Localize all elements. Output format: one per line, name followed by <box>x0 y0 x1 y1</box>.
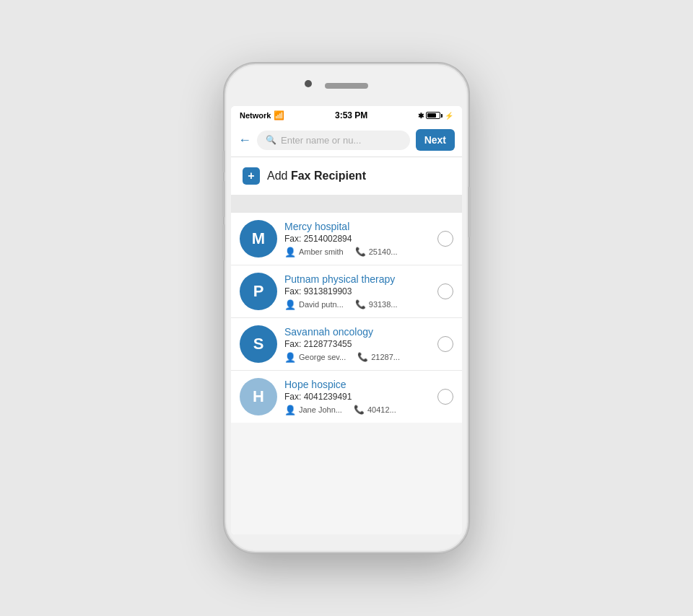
contact-info-putnam: Putnam physical therapy Fax: 9313819903 … <box>284 273 430 310</box>
contact-item-putnam[interactable]: P Putnam physical therapy Fax: 931381990… <box>231 265 462 318</box>
contact-fax-savannah: Fax: 2128773455 <box>284 339 430 349</box>
person-icon-2: 👤 <box>284 352 296 363</box>
battery-icon <box>426 112 443 119</box>
search-input[interactable]: Enter name or nu... <box>281 135 361 146</box>
contact-fax-hope: Fax: 4041239491 <box>284 392 430 402</box>
contact-info-mercy: Mercy hospital Fax: 2514002894 👤 Amber s… <box>284 221 430 258</box>
phone-info-savannah: 📞 21287... <box>357 352 400 362</box>
contact-info-hope: Hope hospice Fax: 4041239491 👤 Jane John… <box>284 379 430 415</box>
phone-icon-0: 📞 <box>355 247 366 257</box>
fax-label-3: Fax: <box>284 392 301 402</box>
person-info-mercy: 👤 Amber smith <box>284 247 344 258</box>
phone-info-putnam: 📞 93138... <box>355 299 398 309</box>
status-bar: Network 📶 3:53 PM ✱ ⚡ <box>231 106 462 123</box>
contact-person-row-putnam: 👤 David putn... 📞 93138... <box>284 299 430 310</box>
phone-screen: Network 📶 3:53 PM ✱ ⚡ ← 🔍 Enter name o <box>231 106 462 534</box>
person-name-3: Jane John... <box>299 405 342 414</box>
contact-person-row-mercy: 👤 Amber smith 📞 25140... <box>284 247 430 258</box>
carrier-label: Network <box>240 111 271 120</box>
status-right: ✱ ⚡ <box>418 112 453 120</box>
search-icon: 🔍 <box>266 135 276 145</box>
person-icon-1: 👤 <box>284 299 296 310</box>
person-info-savannah: 👤 George sev... <box>284 352 346 363</box>
phone-info-mercy: 📞 25140... <box>355 247 398 257</box>
person-icon-3: 👤 <box>284 405 296 415</box>
wifi-icon: 📶 <box>274 110 284 120</box>
search-input-wrap[interactable]: 🔍 Enter name or nu... <box>257 131 410 150</box>
add-bold: Fax Recipient <box>291 170 366 182</box>
add-fax-recipient-row[interactable]: + Add Fax Recipient <box>231 157 462 195</box>
lightning-icon: ⚡ <box>445 112 453 120</box>
phone-number-3: 40412... <box>367 405 396 414</box>
fax-label-1: Fax: <box>284 286 301 296</box>
contact-person-row-savannah: 👤 George sev... 📞 21287... <box>284 352 430 363</box>
contact-name-savannah: Savannah oncology <box>284 326 430 338</box>
side-button-vol-up <box>222 181 225 217</box>
status-left: Network 📶 <box>240 110 284 120</box>
add-fax-label: Add Fax Recipient <box>267 170 366 182</box>
phone-info-hope: 📞 40412... <box>354 405 396 415</box>
fax-number-3: 4041239491 <box>304 392 352 402</box>
section-label <box>243 199 245 209</box>
fax-number-2: 2128773455 <box>304 339 352 349</box>
contact-item-hope[interactable]: H Hope hospice Fax: 4041239491 👤 Jane Jo… <box>231 371 462 423</box>
bluetooth-icon: ✱ <box>418 112 424 120</box>
status-time: 3:53 PM <box>335 110 367 120</box>
fax-number-1: 9313819903 <box>304 286 352 296</box>
contact-avatar-mercy: M <box>240 220 277 258</box>
contact-avatar-savannah: S <box>240 325 277 363</box>
contact-name-hope: Hope hospice <box>284 379 430 390</box>
select-radio-mercy[interactable] <box>437 231 453 247</box>
contact-avatar-hope: H <box>240 378 277 415</box>
person-info-putnam: 👤 David putn... <box>284 299 344 310</box>
back-button[interactable]: ← <box>238 133 251 148</box>
person-icon-0: 👤 <box>284 247 296 258</box>
side-button-mute <box>222 151 225 172</box>
side-button-power <box>468 187 471 237</box>
phone-number-1: 93138... <box>369 300 398 309</box>
fax-label-0: Fax: <box>284 234 301 244</box>
search-area: ← 🔍 Enter name or nu... Next <box>231 123 462 157</box>
phone-icon-1: 📞 <box>355 299 366 309</box>
contacts-section-header <box>231 195 462 213</box>
person-name-0: Amber smith <box>299 247 344 256</box>
contact-info-savannah: Savannah oncology Fax: 2128773455 👤 Geor… <box>284 326 430 363</box>
phone-icon-3: 📞 <box>354 405 365 415</box>
phone-number-0: 25140... <box>369 247 398 256</box>
person-name-2: George sev... <box>299 353 346 361</box>
contact-person-row-hope: 👤 Jane John... 📞 40412... <box>284 405 430 415</box>
contact-item-mercy[interactable]: M Mercy hospital Fax: 2514002894 👤 Amber… <box>231 213 462 265</box>
phone-frame: Network 📶 3:53 PM ✱ ⚡ ← 🔍 Enter name o <box>224 63 469 553</box>
contact-name-mercy: Mercy hospital <box>284 221 430 232</box>
select-radio-hope[interactable] <box>437 389 453 405</box>
contact-fax-mercy: Fax: 2514002894 <box>284 234 430 244</box>
side-button-vol-down <box>222 224 225 260</box>
add-icon: + <box>243 167 260 185</box>
person-name-1: David putn... <box>299 300 344 309</box>
contact-item-savannah[interactable]: S Savannah oncology Fax: 2128773455 👤 Ge… <box>231 318 462 371</box>
add-prefix: Add <box>267 170 291 182</box>
phone-number-2: 21287... <box>371 353 400 361</box>
contact-name-putnam: Putnam physical therapy <box>284 273 430 285</box>
contact-fax-putnam: Fax: 9313819903 <box>284 286 430 296</box>
next-button[interactable]: Next <box>416 129 455 151</box>
phone-icon-2: 📞 <box>357 352 368 362</box>
select-radio-putnam[interactable] <box>437 283 453 299</box>
contact-avatar-putnam: P <box>240 273 277 310</box>
select-radio-savannah[interactable] <box>437 336 453 352</box>
camera <box>305 80 312 87</box>
fax-label-2: Fax: <box>284 339 301 349</box>
speaker <box>325 83 368 89</box>
person-info-hope: 👤 Jane John... <box>284 405 342 415</box>
fax-number-0: 2514002894 <box>304 234 352 244</box>
contacts-list: M Mercy hospital Fax: 2514002894 👤 Amber… <box>231 213 462 534</box>
